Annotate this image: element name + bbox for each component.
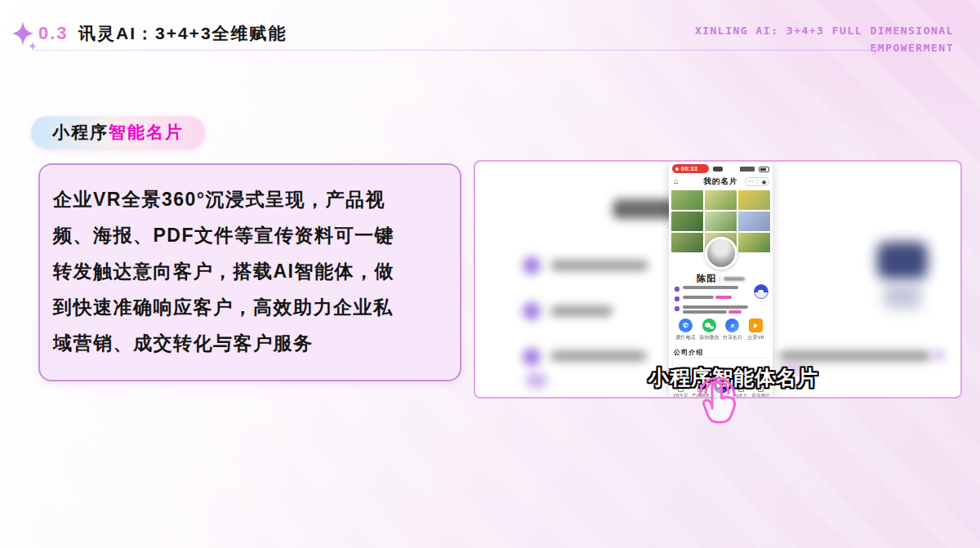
blurred-logo-text <box>884 284 921 309</box>
building-icon <box>523 256 541 274</box>
action-buttons: ✆ 拨打电话 添加微信 e 分享名片 全景VR <box>669 319 773 341</box>
hand-pointer-icon <box>690 369 744 433</box>
share-card-button[interactable]: e 分享名片 <box>723 319 742 341</box>
phone-small-icon <box>675 296 679 301</box>
blurred-text <box>683 286 738 289</box>
photo-thumbnail[interactable] <box>738 190 770 210</box>
share-icon: e <box>725 319 739 332</box>
recording-time: 00:33 <box>681 166 697 172</box>
close-target-icon[interactable]: ◉ <box>761 179 766 185</box>
blurred-text-line <box>550 306 612 316</box>
photo-thumbnail[interactable] <box>671 212 703 231</box>
blurred-text <box>683 296 714 299</box>
recording-badge: 00:33 <box>672 164 709 173</box>
record-dot-icon <box>675 167 679 171</box>
page-title: 讯灵AI：3+4+3全维赋能 <box>78 22 287 45</box>
description-box: 企业VR全景360°沉浸式呈现，产品视 频、海报、PDF文件等宣传资料可一键 转… <box>38 163 461 381</box>
section-number: 0.3 <box>38 23 69 44</box>
badge-highlight: 智能名片 <box>109 121 184 144</box>
phone-navbar: ⌂ 我的名片 ⋯ ◉ <box>669 176 773 187</box>
photo-thumbnail[interactable] <box>705 190 737 210</box>
ai-assistant-avatar[interactable] <box>754 284 768 299</box>
company-icon <box>675 287 679 292</box>
contact-info <box>675 286 756 318</box>
call-icon: ✆ <box>679 319 693 332</box>
blurred-text-line <box>550 351 647 361</box>
action-label: 分享名片 <box>723 334 742 341</box>
call-button[interactable]: ✆ 拨打电话 <box>675 319 695 341</box>
blurred-section-label <box>526 372 547 389</box>
address-row <box>675 305 756 314</box>
wechat-icon <box>702 319 716 332</box>
action-label: 拨打电话 <box>675 334 695 341</box>
wechat-button[interactable]: 添加微信 <box>699 319 719 341</box>
topic-badge: 小程序智能名片 <box>31 116 205 149</box>
profile-name: 陈阳 <box>697 273 716 285</box>
company-row <box>675 286 756 292</box>
avatar <box>705 237 737 270</box>
profile-tag-blurred <box>724 277 745 281</box>
photo-thumbnail[interactable] <box>671 190 703 210</box>
signal-icon <box>740 167 755 172</box>
blurred-link[interactable] <box>715 296 732 299</box>
badge-prefix: 小程序 <box>52 121 109 144</box>
status-clock <box>713 167 723 172</box>
action-label: 全景VR <box>747 334 764 341</box>
company-section-title: 公司介绍 <box>674 348 703 357</box>
description-text: 企业VR全景360°沉浸式呈现，产品视 频、海报、PDF文件等宣传资料可一键 转… <box>53 181 447 361</box>
action-label: 添加微信 <box>699 334 719 341</box>
miniprogram-capsule[interactable]: ⋯ ◉ <box>745 177 769 186</box>
header-divider <box>33 50 874 51</box>
profile-name-row: 陈阳 <box>669 273 773 285</box>
photo-thumbnail[interactable] <box>738 212 770 231</box>
blurred-robot-logo <box>877 242 928 279</box>
capsule-divider <box>757 179 758 185</box>
battery-icon <box>759 167 769 172</box>
blurred-text <box>683 305 748 309</box>
subtitle-line-2: EMPOWERMENT <box>695 39 954 56</box>
photo-thumbnail[interactable] <box>705 212 737 231</box>
status-bar: 00:33 <box>669 164 773 174</box>
blurred-text <box>683 310 727 314</box>
slide: 0.3 讯灵AI：3+4+3全维赋能 XINLING AI: 3+4+3 FUL… <box>0 0 980 548</box>
subtitle-english: XINLING AI: 3+4+3 FULL DIMENSIONAL EMPOW… <box>695 22 954 56</box>
phone-icon <box>523 302 541 320</box>
location-icon <box>523 348 541 366</box>
blurred-text-line <box>779 351 931 361</box>
subtitle-line-1: XINLING AI: 3+4+3 FULL DIMENSIONAL <box>695 22 954 39</box>
more-icon[interactable]: ⋯ <box>747 179 753 185</box>
blurred-link[interactable] <box>728 310 742 314</box>
phone-screenshot: 00:33 ⌂ 我的名片 ⋯ ◉ <box>669 162 773 399</box>
phone-row <box>675 296 756 301</box>
name-divider <box>719 276 720 283</box>
sparkle-icon <box>8 20 38 51</box>
vr-button[interactable]: 全景VR <box>746 319 766 341</box>
map-pin-icon <box>934 350 944 360</box>
photo-thumbnail[interactable] <box>738 233 770 252</box>
video-icon <box>749 319 763 332</box>
video-frame-panel: 00:33 ⌂ 我的名片 ⋯ ◉ <box>474 160 962 399</box>
location-small-icon <box>675 306 679 311</box>
blurred-text-line <box>550 261 648 270</box>
photo-thumbnail[interactable] <box>671 233 703 252</box>
